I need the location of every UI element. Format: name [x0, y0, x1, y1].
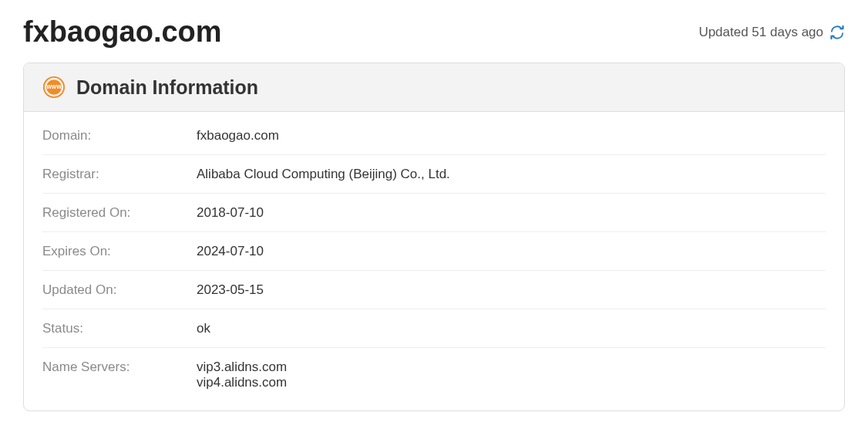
info-label: Registered On: — [42, 205, 197, 221]
info-label: Expires On: — [42, 244, 197, 259]
info-value: fxbaogao.com — [197, 128, 279, 144]
refresh-icon[interactable] — [829, 25, 845, 40]
panel-title: Domain Information — [76, 76, 258, 99]
info-row-domain: Domain: fxbaogao.com — [42, 117, 826, 155]
info-row-expires-on: Expires On: 2024-07-10 — [42, 232, 826, 271]
info-row-registered-on: Registered On: 2018-07-10 — [42, 194, 826, 232]
svg-text:WWW: WWW — [46, 84, 62, 89]
info-value: 2018-07-10 — [197, 205, 264, 221]
info-value: 2024-07-10 — [197, 244, 264, 259]
info-label: Registrar: — [42, 167, 197, 182]
info-row-updated-on: Updated On: 2023-05-15 — [42, 271, 826, 309]
updated-status: Updated 51 days ago — [698, 25, 845, 40]
info-row-registrar: Registrar: Alibaba Cloud Computing (Beij… — [42, 155, 826, 194]
info-label: Name Servers: — [42, 360, 197, 390]
info-value: ok — [197, 321, 210, 336]
domain-info-panel: WWW Domain Information Domain: fxbaogao.… — [23, 62, 845, 411]
info-label: Status: — [42, 321, 197, 336]
info-value: vip3.alidns.com vip4.alidns.com — [197, 360, 287, 390]
updated-text: Updated 51 days ago — [698, 25, 823, 40]
panel-header: WWW Domain Information — [24, 63, 844, 112]
info-label: Updated On: — [42, 282, 197, 298]
info-label: Domain: — [42, 128, 197, 144]
info-value: 2023-05-15 — [197, 282, 264, 298]
page-header: fxbaogao.com Updated 51 days ago — [23, 15, 845, 49]
info-list: Domain: fxbaogao.com Registrar: Alibaba … — [24, 112, 844, 410]
info-row-name-servers: Name Servers: vip3.alidns.com vip4.alidn… — [42, 348, 826, 401]
page-title: fxbaogao.com — [23, 15, 222, 49]
www-globe-icon: WWW — [42, 76, 66, 99]
info-row-status: Status: ok — [42, 309, 826, 348]
info-value: Alibaba Cloud Computing (Beijing) Co., L… — [197, 167, 450, 182]
